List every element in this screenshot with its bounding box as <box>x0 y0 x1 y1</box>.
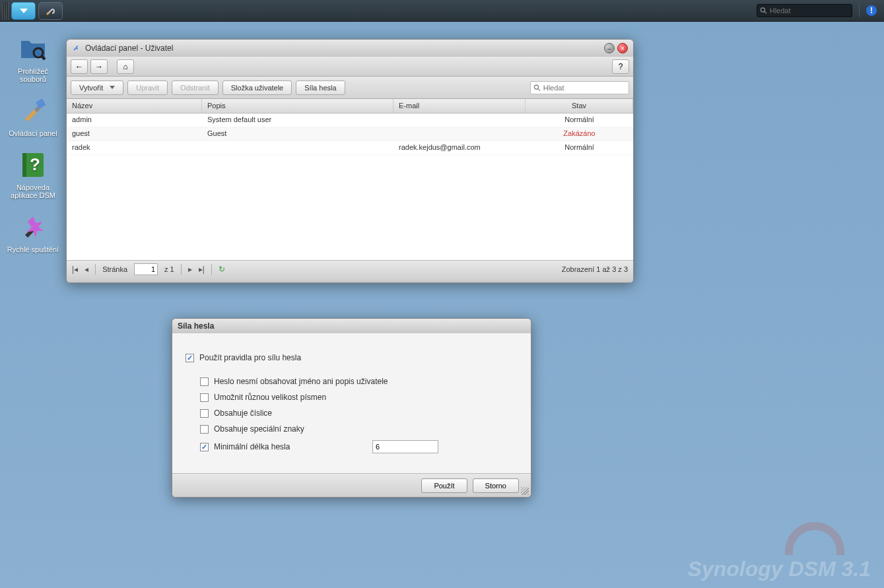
cell-desc: System default user <box>202 114 393 127</box>
cancel-button[interactable]: Storno <box>473 478 519 493</box>
checkbox-icon[interactable] <box>200 443 209 451</box>
desktop-icon-quickstart[interactable]: Rychlé spuštění <box>7 211 59 253</box>
desktop-icon-label: Rychlé spuštění <box>7 245 59 253</box>
home-button[interactable]: ⌂ <box>117 59 134 74</box>
toolbar-search[interactable] <box>530 81 629 94</box>
search-icon <box>760 7 767 15</box>
table-body: admin System default user Normální guest… <box>67 114 633 260</box>
checkbox-icon[interactable] <box>200 409 209 418</box>
taskbar-search[interactable] <box>757 4 852 17</box>
info-icon[interactable]: ! <box>866 5 877 16</box>
back-button[interactable]: ← <box>71 59 88 74</box>
pager-label: Stránka <box>102 265 127 273</box>
delete-button[interactable]: Odstranit <box>172 81 219 95</box>
checkbox-special[interactable]: Obsahuje speciální znaky <box>200 424 518 434</box>
taskbar-app-button[interactable] <box>38 2 63 20</box>
desktop-icon-label: Prohlížeč souborů <box>7 67 59 83</box>
resize-grip[interactable] <box>521 487 529 495</box>
checkbox-label: Použít pravidla pro sílu hesla <box>199 353 301 362</box>
checkbox-icon[interactable] <box>200 377 209 386</box>
pager-next[interactable]: ▸ <box>188 265 192 274</box>
cell-email: radek.kejdus@gmail.com <box>393 141 526 154</box>
checkbox-label: Umožnit různou velikost písmen <box>214 393 326 402</box>
cell-desc: Guest <box>202 127 393 141</box>
checkbox-case[interactable]: Umožnit různou velikost písmen <box>200 393 518 402</box>
checkbox-apply-rules[interactable]: Použít pravidla pro sílu hesla <box>186 353 518 362</box>
checkbox-label: Obsahuje speciální znaky <box>214 424 304 434</box>
apply-button[interactable]: Použít <box>421 478 467 493</box>
dialog-titlebar[interactable]: Síla hesla <box>172 319 531 333</box>
svg-point-1 <box>761 8 765 12</box>
pager-of: z 1 <box>164 265 174 273</box>
checkbox-digits[interactable]: Obsahuje číslice <box>200 408 518 418</box>
checkbox-icon[interactable] <box>186 354 194 362</box>
cell-status: Normální <box>526 141 633 154</box>
window-nav: ← → ⌂ ? <box>67 57 633 77</box>
table-row[interactable]: radek radek.kejdus@gmail.com Normální <box>67 141 633 155</box>
checkbox-label: Obsahuje číslice <box>214 408 272 418</box>
table-row[interactable]: guest Guest Zakázáno <box>67 127 633 141</box>
svg-text:?: ? <box>30 154 40 174</box>
desktop-icon-label: Nápoveda aplikace DSM <box>7 183 59 199</box>
pager-page-input[interactable] <box>134 263 158 275</box>
taskbar-search-input[interactable] <box>770 7 849 15</box>
cell-email <box>393 114 526 127</box>
cell-desc <box>202 141 393 154</box>
svg-point-8 <box>534 84 538 88</box>
window-toolbar: Vytvořit Upravit Odstranit Složka uživat… <box>67 77 633 99</box>
svg-marker-0 <box>20 9 28 13</box>
checkbox-icon[interactable] <box>200 393 209 402</box>
taskbar: ! <box>0 0 884 22</box>
svg-rect-6 <box>22 153 26 177</box>
pager-first[interactable]: |◂ <box>72 265 78 274</box>
checkbox-label: Heslo nesmí obsahovat jméno ani popis už… <box>214 377 388 386</box>
cell-email <box>393 127 526 141</box>
search-icon <box>533 84 541 92</box>
column-email[interactable]: E-mail <box>393 99 526 113</box>
checkbox-no-name[interactable]: Heslo nesmí obsahovat jméno ani popis už… <box>200 377 518 386</box>
taskbar-handle <box>2 2 9 20</box>
window-titlebar[interactable]: Ovládací panel - Uživatel – × <box>67 40 633 57</box>
dialog-title: Síla hesla <box>178 321 214 331</box>
toolbar-search-input[interactable] <box>543 84 626 92</box>
desktop-icon-label: Ovládací panel <box>7 129 59 137</box>
cell-name: radek <box>67 141 202 154</box>
desktop-icon-file-browser[interactable]: Prohlížeč souborů <box>7 33 59 83</box>
desktop-icon-help[interactable]: ? Nápoveda aplikace DSM <box>7 149 59 199</box>
help-button[interactable]: ? <box>612 59 629 74</box>
main-menu-button[interactable] <box>11 2 36 20</box>
dialog-body: Použít pravidla pro sílu hesla Heslo nes… <box>172 333 531 473</box>
svg-line-9 <box>538 88 540 90</box>
column-name[interactable]: Název <box>67 99 202 113</box>
cell-status: Normální <box>526 114 633 127</box>
checkbox-icon[interactable] <box>200 425 209 434</box>
taskbar-divider <box>859 4 860 17</box>
svg-line-2 <box>765 12 766 14</box>
minlen-input[interactable] <box>372 440 438 453</box>
control-panel-window: Ovládací panel - Uživatel – × ← → ⌂ ? Vy… <box>66 39 634 283</box>
pager-info: Zobrazení 1 až 3 z 3 <box>562 265 628 273</box>
desktop-icons: Prohlížeč souborů Ovládací panel ? Nápov… <box>7 33 59 265</box>
watermark-gauge <box>785 522 844 555</box>
edit-button[interactable]: Upravit <box>127 81 168 95</box>
pager-last[interactable]: ▸| <box>199 265 205 274</box>
forward-button[interactable]: → <box>90 59 108 74</box>
desktop-icon-control-panel[interactable]: Ovládací panel <box>7 95 59 137</box>
window-title: Ovládací panel - Uživatel <box>85 44 173 53</box>
minimize-button[interactable]: – <box>604 43 615 53</box>
close-button[interactable]: × <box>617 43 628 53</box>
checkbox-label: Minimální délka hesla <box>214 442 290 451</box>
user-folder-button[interactable]: Složka uživatele <box>222 81 292 95</box>
pager-refresh[interactable]: ↻ <box>219 265 225 274</box>
wrench-icon <box>72 43 81 54</box>
table-row[interactable]: admin System default user Normální <box>67 114 633 127</box>
pager: |◂ ◂ Stránka z 1 ▸ ▸| ↻ Zobrazení 1 až 3… <box>67 260 633 277</box>
checkbox-minlen[interactable]: Minimální délka hesla <box>200 440 518 453</box>
cell-name: admin <box>67 114 202 127</box>
column-status[interactable]: Stav <box>526 99 633 113</box>
password-strength-button[interactable]: Síla hesla <box>296 81 345 95</box>
column-desc[interactable]: Popis <box>202 99 393 113</box>
pager-prev[interactable]: ◂ <box>85 265 88 274</box>
table-header: Název Popis E-mail Stav <box>67 99 633 114</box>
create-button[interactable]: Vytvořit <box>71 81 123 95</box>
